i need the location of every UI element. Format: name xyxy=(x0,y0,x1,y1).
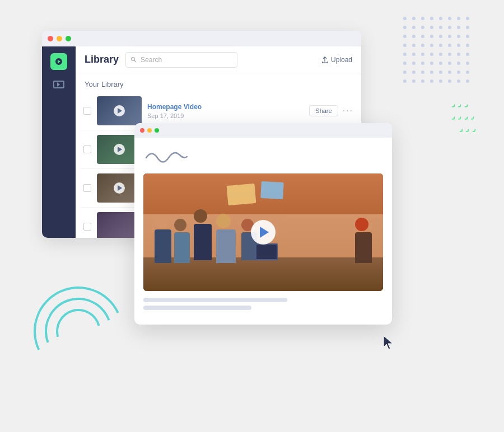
video-player-browser-window xyxy=(134,123,392,325)
search-box[interactable]: Search xyxy=(125,52,237,68)
minimize-button-icon[interactable] xyxy=(57,36,62,41)
play-icon-large xyxy=(260,227,269,238)
maximize-button-icon[interactable] xyxy=(66,36,71,41)
cursor-svg xyxy=(381,335,395,350)
upload-button[interactable]: Upload xyxy=(321,56,352,64)
page-title: Library xyxy=(85,54,119,65)
library-section-label: Your Library xyxy=(76,73,361,92)
scene: › › › › › › › › › › xyxy=(0,0,504,432)
upload-label: Upload xyxy=(331,56,352,64)
video-checkbox[interactable] xyxy=(83,145,91,153)
cursor-icon xyxy=(381,335,395,354)
play-button-large[interactable] xyxy=(251,220,276,245)
maximize-button-icon[interactable] xyxy=(155,128,159,133)
play-button[interactable] xyxy=(114,182,125,194)
svg-point-1 xyxy=(132,57,135,60)
sidebar xyxy=(42,46,76,238)
play-button[interactable] xyxy=(114,105,125,116)
front-browser-content xyxy=(134,138,392,319)
dots-decoration xyxy=(403,17,470,84)
video-checkbox[interactable] xyxy=(83,107,91,115)
video-info: Homepage Video Sep 17, 2019 xyxy=(147,103,304,119)
video-player[interactable] xyxy=(143,173,383,291)
play-icon xyxy=(118,185,122,191)
minimize-button-icon[interactable] xyxy=(147,128,152,133)
video-date: Sep 17, 2019 xyxy=(147,112,304,119)
browser-titlebar xyxy=(42,31,361,46)
video-checkbox[interactable] xyxy=(83,184,91,192)
play-icon xyxy=(118,108,122,114)
close-button-icon[interactable] xyxy=(140,128,144,133)
search-icon xyxy=(130,57,137,63)
signature-decoration xyxy=(143,147,383,167)
video-thumbnail xyxy=(97,96,142,125)
sidebar-item-library[interactable] xyxy=(52,79,66,90)
video-actions: Share ··· xyxy=(309,105,353,116)
video-checkbox[interactable] xyxy=(83,223,91,231)
arrows-decoration: › › › › › › › › › › xyxy=(452,101,476,135)
play-icon xyxy=(118,147,122,152)
app-logo xyxy=(50,53,67,70)
video-title: Homepage Video xyxy=(147,103,304,111)
circles-decoration xyxy=(34,287,123,376)
more-button[interactable]: ··· xyxy=(343,106,353,116)
squiggle-svg xyxy=(143,147,188,163)
search-placeholder: Search xyxy=(141,56,162,64)
share-button[interactable]: Share xyxy=(309,105,338,116)
play-button[interactable] xyxy=(114,144,125,155)
close-button-icon[interactable] xyxy=(48,36,53,41)
text-line xyxy=(143,298,287,302)
upload-icon xyxy=(321,56,329,64)
text-line xyxy=(143,306,251,310)
front-browser-titlebar xyxy=(134,123,392,138)
top-bar: Library Search Upload xyxy=(76,46,361,73)
video-description-lines xyxy=(143,298,383,310)
